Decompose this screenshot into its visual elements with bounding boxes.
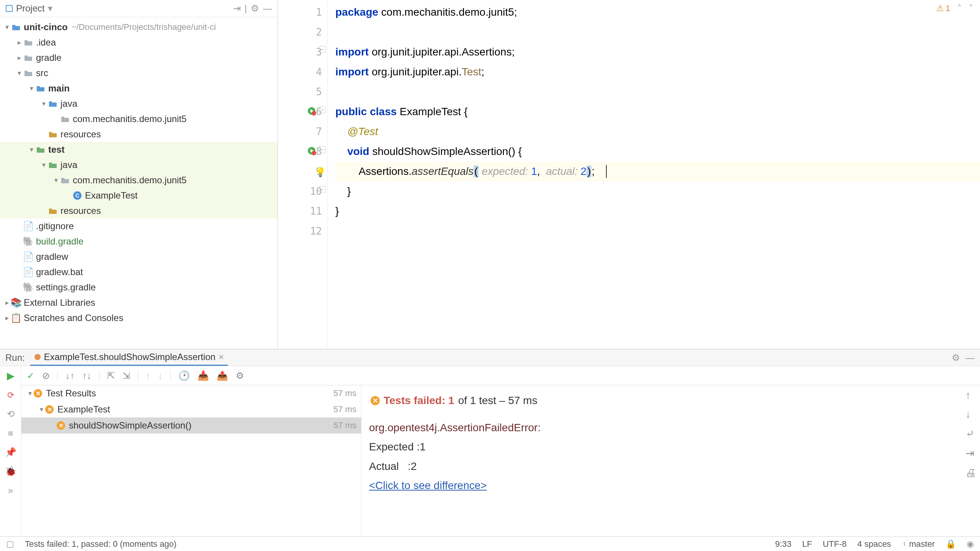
test-label: shouldShowSimpleAssertion() (69, 420, 333, 431)
tree-node-buildgradle[interactable]: 🐘build.gradle (0, 234, 278, 249)
tree-root[interactable]: ▾unit-cinco~/Documents/Projects/trishage… (0, 20, 278, 35)
tree-node-main-pkg[interactable]: com.mechanitis.demo.junit5 (0, 111, 278, 127)
sort-up-icon[interactable]: ↑↓ (82, 370, 91, 381)
test-console[interactable]: ✕ Tests failed: 1 of 1 test – 57 ms org.… (361, 385, 980, 536)
project-tree[interactable]: ▾unit-cinco~/Documents/Projects/trishage… (0, 17, 278, 349)
line-separator[interactable]: LF (802, 539, 812, 549)
tree-node-gradlewbat[interactable]: 📄gradlew.bat (0, 264, 278, 280)
scroll-to-end-icon[interactable]: ⇥ (965, 447, 976, 460)
file-encoding[interactable]: UTF-8 (823, 539, 846, 549)
test-class[interactable]: ▾✕ExampleTest57 ms (21, 401, 361, 417)
fold-icon[interactable]: − (319, 46, 326, 53)
tree-node-settingsgradle[interactable]: 🐘settings.gradle (0, 280, 278, 295)
test-summary: ✕ Tests failed: 1 of 1 test – 57 ms (369, 395, 972, 407)
tree-node-test-pkg[interactable]: ▾com.mechanitis.demo.junit5 (0, 173, 278, 188)
export-icon[interactable]: 📤 (217, 370, 228, 381)
run-test-icon[interactable] (307, 146, 316, 155)
rerun-failed-icon[interactable]: ⟳ (7, 390, 14, 400)
tree-node-test[interactable]: ▾test (0, 142, 278, 157)
fold-icon[interactable]: − (319, 106, 326, 113)
test-method[interactable]: ✕shouldShowSimpleAssertion()57 ms (21, 417, 361, 434)
gear-icon[interactable]: ⚙ (952, 352, 960, 363)
tree-node-idea[interactable]: ▸.idea (0, 35, 278, 50)
tree-label: src (36, 68, 48, 78)
run-class-icon[interactable] (307, 106, 316, 116)
next-highlight-icon[interactable]: ˅ (969, 3, 973, 14)
sidebar-title[interactable]: Project ▾ (5, 3, 52, 14)
stop-icon[interactable]: ■ (8, 428, 13, 439)
editor-area: 1 2 3 4 5 6 7 8 9 10 11 12 − − − − packa… (278, 0, 980, 349)
scroll-down-icon[interactable]: ↓ (965, 408, 976, 421)
toggle-auto-icon[interactable]: ⟲ (7, 409, 15, 419)
tree-node-gitignore[interactable]: 📄.gitignore (0, 218, 278, 234)
git-branch[interactable]: ᚲ master (902, 539, 935, 549)
intention-bulb-icon[interactable]: 💡 (315, 167, 326, 178)
tree-node-scratches[interactable]: ▸📋Scratches and Consoles (0, 310, 278, 326)
scroll-up-icon[interactable]: ↑ (965, 389, 976, 401)
tree-node-extlib[interactable]: ▸📚External Libraries (0, 295, 278, 310)
tree-node-gradlew[interactable]: 📄gradlew (0, 249, 278, 264)
caret-position[interactable]: 9:33 (775, 539, 792, 549)
close-tab-icon[interactable]: × (219, 352, 224, 362)
test-results-tree[interactable]: ▾✕Test Results57 ms ▾✕ExampleTest57 ms ✕… (21, 385, 361, 536)
test-root[interactable]: ▾✕Test Results57 ms (21, 385, 361, 401)
pin-icon[interactable]: 📌 (5, 447, 16, 458)
collapse-icon[interactable]: ⇥ (233, 3, 241, 14)
inspect-icon[interactable]: ◉ (967, 539, 974, 549)
gear-icon[interactable]: ⚙ (251, 3, 259, 14)
settings-icon[interactable]: ⚙ (236, 370, 244, 381)
tree-node-src[interactable]: ▾src (0, 65, 278, 81)
project-sidebar: Project ▾ ⇥ | ⚙ — ▾unit-cinco~/Documents… (0, 0, 278, 349)
tree-label: ExampleTest (85, 190, 137, 201)
fail-icon: ✕ (371, 396, 380, 405)
prev-highlight-icon[interactable]: ˄ (957, 3, 962, 14)
print-icon[interactable]: 🖨 (965, 466, 976, 479)
chevron-down-icon: ▾ (40, 161, 47, 169)
tree-label: com.mechanitis.demo.junit5 (73, 114, 186, 124)
minimize-icon[interactable]: — (965, 352, 975, 363)
show-passed-icon[interactable]: ✓ (27, 370, 34, 381)
chevron-right-icon: ▸ (3, 298, 11, 307)
minimize-icon[interactable]: — (263, 3, 272, 14)
test-history-icon[interactable]: 🕑 (178, 370, 190, 381)
tree-label: build.gradle (36, 236, 83, 247)
import-icon[interactable]: 📥 (198, 370, 209, 381)
code-editor[interactable]: package com.mechanitis.demo.junit5; impo… (328, 0, 980, 349)
expand-all-icon[interactable]: ⇱ (107, 370, 115, 381)
warning-badge[interactable]: ⚠ 1 (936, 3, 950, 13)
tree-node-main-java[interactable]: ▾java (0, 96, 278, 111)
diff-link[interactable]: <Click to see difference> (369, 479, 487, 491)
rerun-icon[interactable]: ▶ (7, 370, 15, 382)
tree-label: java (60, 160, 77, 170)
prev-icon[interactable]: ↑ (146, 370, 150, 381)
sort-down-icon[interactable]: ↓↑ (65, 370, 75, 381)
tree-label: .idea (36, 37, 56, 48)
tree-label: resources (60, 205, 101, 216)
chevron-right-icon: ▸ (15, 38, 23, 47)
tree-label: com.mechanitis.demo.junit5 (73, 175, 186, 186)
collapse-all-icon[interactable]: ⇲ (122, 370, 130, 381)
fold-icon[interactable]: − (319, 146, 326, 153)
folder-icon (24, 54, 33, 62)
next-icon[interactable]: ↓ (158, 370, 163, 381)
show-ignored-icon[interactable]: ⊘ (42, 370, 50, 381)
status-message: Tests failed: 1, passed: 0 (moments ago) (25, 539, 176, 549)
dump-icon[interactable]: 🐞 (5, 466, 16, 477)
run-tab[interactable]: ExampleTest.shouldShowSimpleAssertion × (30, 349, 228, 366)
tool-window-icon[interactable]: ▢ (6, 539, 14, 549)
tree-node-test-file[interactable]: CExampleTest (0, 188, 278, 203)
soft-wrap-icon[interactable]: ⤶ (965, 427, 976, 440)
editor-inspection-bar: ⚠ 1 ˄ ˅ (936, 3, 973, 14)
tree-label: unit-cinco (24, 22, 68, 33)
tree-node-gradle[interactable]: ▸gradle (0, 50, 278, 65)
tree-path: ~/Documents/Projects/trishagee/unit-ci (72, 22, 216, 32)
more-icon[interactable]: » (8, 485, 13, 496)
fold-icon[interactable]: − (319, 186, 326, 193)
indent-setting[interactable]: 4 spaces (858, 539, 891, 549)
tree-node-main[interactable]: ▾main (0, 81, 278, 96)
tree-node-test-res[interactable]: resources (0, 203, 278, 218)
tree-node-main-res[interactable]: resources (0, 127, 278, 142)
tree-node-test-java[interactable]: ▾java (0, 157, 278, 173)
tree-label: .gitignore (36, 221, 74, 231)
lock-icon[interactable]: 🔒 (946, 539, 956, 549)
